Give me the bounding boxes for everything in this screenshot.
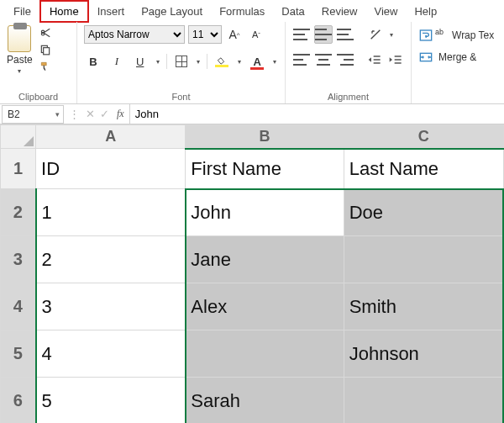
ribbon: Paste ▾ Clipboard Aptos Narrow 11 A^ Aˇ … <box>0 22 504 104</box>
clipboard-icon <box>8 25 31 52</box>
cell-B3[interactable]: Jane <box>186 236 344 283</box>
wrap-text-icon <box>418 29 433 42</box>
bold-button[interactable]: B <box>84 52 102 71</box>
tab-home[interactable]: Home <box>39 0 89 23</box>
row-header-1[interactable]: 1 <box>1 149 36 189</box>
align-left-button[interactable] <box>292 50 311 69</box>
formula-bar: B2 ▾ ⋮ ✕ ✓ fx <box>0 104 504 124</box>
tab-formulas[interactable]: Formulas <box>211 2 273 21</box>
merge-icon <box>418 50 433 64</box>
wrap-ab-label: ab <box>435 28 444 36</box>
chevron-down-icon[interactable]: ▾ <box>236 52 243 71</box>
wrap-text-button[interactable]: ab Wrap Tex <box>418 29 497 42</box>
font-size-select[interactable]: 11 <box>188 25 222 44</box>
font-color-button[interactable]: A <box>248 52 266 71</box>
font-color-icon: A <box>250 56 264 68</box>
cell-C5[interactable]: Johnson <box>344 330 503 378</box>
cell-B1[interactable]: First Name <box>186 149 344 189</box>
group-label-clipboard: Clipboard <box>7 90 70 102</box>
select-all-corner[interactable] <box>1 125 36 149</box>
chevron-down-icon[interactable]: ▾ <box>155 52 161 71</box>
cell-A2[interactable]: 1 <box>36 189 186 236</box>
enter-icon[interactable]: ✓ <box>97 108 112 120</box>
chevron-down-icon[interactable]: ▾ <box>195 52 202 71</box>
group-label-font: Font <box>84 90 278 102</box>
copy-button[interactable] <box>38 44 53 56</box>
merge-center-button[interactable]: Merge & <box>418 50 497 64</box>
worksheet: A B C 1 ID First Name Last Name 2 1 John… <box>0 124 504 423</box>
align-right-icon <box>337 54 354 66</box>
align-center-button[interactable] <box>314 50 333 69</box>
fill-color-button[interactable] <box>213 52 231 71</box>
chevron-down-icon[interactable]: ▾ <box>18 67 21 75</box>
align-bottom-icon <box>337 29 354 40</box>
borders-icon <box>176 56 187 67</box>
italic-button[interactable]: I <box>108 52 126 71</box>
align-middle-button[interactable] <box>314 25 333 44</box>
tab-insert[interactable]: Insert <box>89 2 134 21</box>
cell-B6[interactable]: Sarah <box>186 378 344 424</box>
borders-button[interactable] <box>172 52 191 71</box>
tab-data[interactable]: Data <box>273 2 312 21</box>
tab-file[interactable]: File <box>5 2 39 21</box>
align-top-icon <box>293 29 310 40</box>
fx-button[interactable]: fx <box>112 108 129 120</box>
cell-A5[interactable]: 4 <box>36 330 186 378</box>
cell-B4[interactable]: Alex <box>186 283 344 330</box>
tab-view[interactable]: View <box>365 2 406 21</box>
align-center-icon <box>315 54 332 66</box>
tab-review[interactable]: Review <box>313 2 366 21</box>
wrap-text-label: Wrap Tex <box>452 29 494 41</box>
font-name-select[interactable]: Aptos Narrow <box>84 25 185 44</box>
paste-label: Paste <box>7 54 33 66</box>
tab-help[interactable]: Help <box>406 2 445 21</box>
chevron-down-icon[interactable]: ▾ <box>55 110 63 119</box>
cell-A6[interactable]: 5 <box>36 378 186 424</box>
decrease-font-button[interactable]: Aˇ <box>247 25 265 44</box>
cell-C1[interactable]: Last Name <box>344 149 503 189</box>
col-header-B[interactable]: B <box>186 125 344 149</box>
orientation-button[interactable] <box>366 25 385 44</box>
cell-A3[interactable]: 2 <box>36 236 186 283</box>
merge-label: Merge & <box>438 51 476 63</box>
cancel-icon[interactable]: ✕ <box>83 108 97 120</box>
cell-A1[interactable]: ID <box>36 149 186 189</box>
decrease-indent-button[interactable] <box>366 50 384 69</box>
grid-table: A B C 1 ID First Name Last Name 2 1 John… <box>0 124 504 423</box>
group-font: Aptos Narrow 11 A^ Aˇ B I U ▾ ▾ ▾ A ▾ Fo… <box>77 22 286 103</box>
separator: ⋮ <box>66 108 83 120</box>
cell-C4[interactable]: Smith <box>344 283 503 330</box>
menu-bar: File Home Insert Page Layout Formulas Da… <box>0 0 504 22</box>
cut-button[interactable] <box>38 27 53 39</box>
align-bottom-button[interactable] <box>336 25 354 44</box>
chevron-down-icon[interactable]: ▾ <box>388 25 395 44</box>
row-header-6[interactable]: 6 <box>1 378 36 424</box>
col-header-C[interactable]: C <box>344 125 503 149</box>
name-box[interactable]: B2 ▾ <box>2 105 64 124</box>
increase-font-button[interactable]: A^ <box>225 25 244 44</box>
row-header-5[interactable]: 5 <box>1 330 36 378</box>
paste-button[interactable]: Paste ▾ <box>7 25 33 75</box>
row-header-3[interactable]: 3 <box>1 236 36 283</box>
group-label-alignment: Alignment <box>292 90 404 102</box>
col-header-A[interactable]: A <box>36 125 186 149</box>
cell-B5[interactable] <box>186 330 344 378</box>
cell-C6[interactable] <box>344 378 503 424</box>
formula-input[interactable] <box>129 104 504 124</box>
row-header-2[interactable]: 2 <box>1 189 36 236</box>
cell-A4[interactable]: 3 <box>36 283 186 330</box>
row-header-4[interactable]: 4 <box>1 283 36 330</box>
format-painter-button[interactable] <box>38 61 53 72</box>
align-right-button[interactable] <box>336 50 354 69</box>
align-top-button[interactable] <box>292 25 311 44</box>
chevron-down-icon[interactable]: ▾ <box>271 52 278 71</box>
increase-indent-button[interactable] <box>386 50 404 69</box>
cell-C3[interactable] <box>344 236 503 283</box>
cell-B2[interactable]: John <box>186 189 344 236</box>
cell-C2[interactable]: Doe <box>344 189 503 236</box>
group-alignment: ▾ Alignment <box>286 22 412 103</box>
tab-page-layout[interactable]: Page Layout <box>133 2 211 21</box>
name-box-value: B2 <box>8 108 20 120</box>
underline-button[interactable]: U <box>131 52 150 71</box>
bucket-icon <box>215 56 228 67</box>
